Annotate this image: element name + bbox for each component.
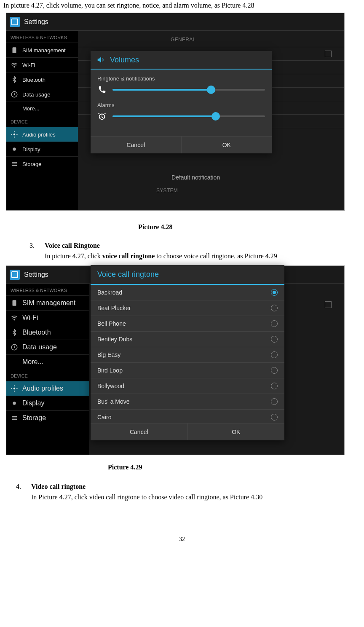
audio-icon: [11, 385, 18, 392]
sidebar-item-audio[interactable]: Audio profiles: [6, 381, 89, 396]
bluetooth-icon: [11, 76, 18, 83]
ringtone-slider[interactable]: [112, 89, 265, 91]
sidebar-item-bluetooth[interactable]: Bluetooth: [6, 325, 89, 340]
sidebar-item-display[interactable]: Display: [6, 142, 78, 156]
phone-icon: [97, 85, 107, 94]
ringtone-option[interactable]: Bollywood: [91, 378, 284, 394]
intro-text: In picture 4.27, click volume, you can s…: [0, 0, 364, 13]
list-number: 3.: [29, 242, 45, 261]
audio-icon: [11, 131, 18, 138]
sidebar-label: Wi-Fi: [22, 62, 35, 68]
checkbox-icon[interactable]: [325, 301, 332, 308]
storage-icon: [11, 414, 18, 422]
bluetooth-icon: [11, 329, 18, 336]
sidebar-item-data[interactable]: Data usage: [6, 340, 89, 354]
data-icon: [11, 91, 18, 98]
sidebar-label: More...: [22, 105, 39, 112]
sidebar-item-audio[interactable]: Audio profiles: [6, 127, 78, 142]
sim-icon: [11, 299, 18, 307]
screenshot-4-28: Settings WIRELESS & NETWORKS SIM managem…: [6, 13, 345, 211]
volumes-title: Volumes: [110, 56, 139, 64]
sidebar-label: Audio profiles: [22, 131, 56, 138]
radio-icon[interactable]: [271, 351, 278, 358]
ringtone-option[interactable]: Bird Loop: [91, 363, 284, 378]
settings-header: Settings: [6, 13, 344, 31]
sidebar-item-data[interactable]: Data usage: [6, 87, 78, 102]
ringtone-option[interactable]: Beat Plucker: [91, 300, 284, 316]
sidebar-label: SIM management: [22, 299, 75, 307]
radio-icon[interactable]: [271, 305, 278, 311]
sidebar-item-storage[interactable]: Storage: [6, 156, 78, 171]
ringtone-list[interactable]: Backroad Beat Plucker Bell Phone Bentley…: [91, 285, 284, 423]
ringtone-option[interactable]: Big Easy: [91, 347, 284, 363]
radio-icon[interactable]: [271, 320, 278, 327]
sidebar-item-storage[interactable]: Storage: [6, 410, 89, 425]
volumes-dialog-header: Volumes: [91, 51, 272, 70]
settings-title: Settings: [24, 271, 48, 279]
sidebar-item-wifi[interactable]: Wi-Fi: [6, 57, 78, 72]
default-notification-label[interactable]: Default notification: [171, 174, 220, 181]
sidebar-label: Display: [22, 399, 44, 407]
sidebar-label: SIM management: [22, 47, 66, 54]
sim-icon: [11, 46, 18, 54]
display-icon: [11, 145, 18, 153]
list-number: 4.: [16, 483, 31, 502]
svg-point-13: [13, 402, 16, 405]
ringtone-option[interactable]: Backroad: [91, 285, 284, 300]
cancel-button[interactable]: Cancel: [91, 423, 188, 440]
section-wireless-header: WIRELESS & NETWORKS: [6, 284, 89, 295]
wifi-icon: [11, 314, 18, 322]
ok-button[interactable]: OK: [188, 423, 285, 440]
sidebar-item-sim[interactable]: SIM management: [6, 43, 78, 57]
svg-point-12: [13, 388, 16, 390]
sidebar-label: Storage: [22, 414, 46, 422]
ok-button[interactable]: OK: [182, 137, 272, 153]
sidebar-label: Data usage: [22, 343, 57, 351]
display-icon: [11, 399, 18, 407]
sidebar-label: Wi-Fi: [22, 314, 38, 322]
list-heading: Video call ringtone: [31, 483, 359, 490]
caption-4-29: Picture 4.29: [0, 464, 364, 471]
svg-point-1: [14, 66, 15, 67]
section-device-header: DEVICE: [6, 369, 89, 381]
alarm-icon: [97, 112, 107, 121]
sidebar-item-more[interactable]: More...: [6, 102, 78, 115]
sidebar-item-more[interactable]: More...: [6, 354, 89, 369]
radio-icon[interactable]: [271, 398, 278, 405]
ringtone-option[interactable]: Bell Phone: [91, 316, 284, 332]
sidebar-item-bluetooth[interactable]: Bluetooth: [6, 72, 78, 87]
checkbox-icon[interactable]: [325, 51, 332, 57]
radio-icon[interactable]: [271, 383, 278, 389]
list-paragraph: In Picture 4.27, click video call ringto…: [31, 492, 359, 502]
settings-sidebar: WIRELESS & NETWORKS SIM management Wi-Fi…: [6, 284, 89, 455]
sidebar-label: Data usage: [22, 91, 51, 98]
wifi-icon: [11, 61, 18, 69]
alarm-slider[interactable]: [112, 115, 265, 117]
settings-title: Settings: [24, 18, 48, 26]
sidebar-label: Storage: [22, 161, 42, 167]
ringtone-dialog: Voice call ringtone Backroad Beat Plucke…: [91, 265, 284, 440]
settings-icon: [10, 17, 20, 27]
cancel-button[interactable]: Cancel: [91, 137, 182, 153]
ringtone-option[interactable]: Bentley Dubs: [91, 332, 284, 347]
ringtone-label: Ringtone & notifications: [97, 75, 265, 82]
sidebar-label: Bluetooth: [22, 77, 46, 83]
radio-icon[interactable]: [271, 367, 278, 374]
list-item-3: 3. Voice call Ringtone In picture 4.27, …: [29, 242, 359, 261]
sidebar-item-sim[interactable]: SIM management: [6, 295, 89, 310]
radio-icon[interactable]: [271, 336, 278, 343]
sidebar-label: Bluetooth: [22, 329, 51, 336]
data-icon: [11, 343, 18, 351]
svg-rect-9: [13, 300, 16, 306]
radio-icon[interactable]: [271, 414, 278, 421]
sidebar-label: Display: [22, 146, 40, 153]
sidebar-label: More...: [22, 358, 43, 366]
ringtone-option[interactable]: Bus' a Move: [91, 394, 284, 410]
ringtone-option[interactable]: Cairo: [91, 410, 284, 423]
sidebar-item-display[interactable]: Display: [6, 396, 89, 410]
volume-icon: [96, 55, 106, 64]
sidebar-item-wifi[interactable]: Wi-Fi: [6, 310, 89, 325]
section-device-header: DEVICE: [6, 115, 78, 127]
svg-point-3: [13, 134, 16, 136]
radio-selected-icon[interactable]: [271, 289, 278, 296]
